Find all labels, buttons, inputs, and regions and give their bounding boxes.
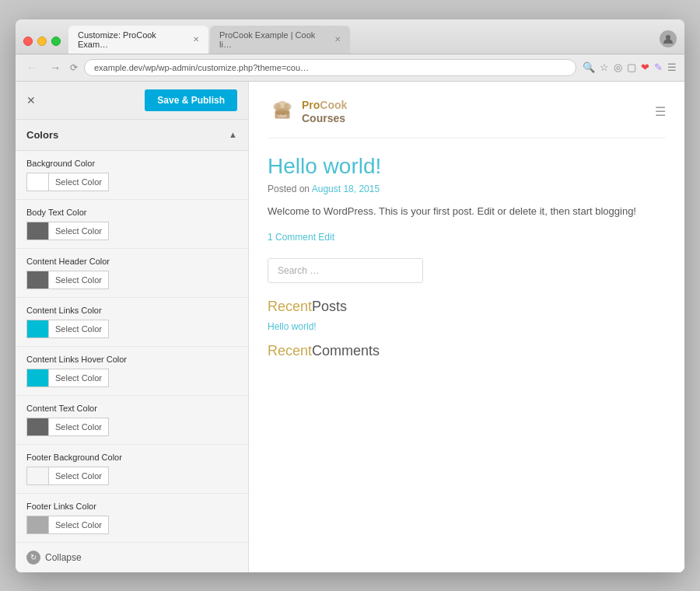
- footer-bg-color-label: Footer Background Color: [26, 453, 237, 462]
- recent-posts-widget-title: RecentPosts: [268, 299, 666, 315]
- content-header-color-picker: Select Color: [26, 271, 237, 289]
- url-bar[interactable]: example.dev/wp/wp-admin/customize.php?th…: [84, 59, 576, 76]
- content-text-color-setting: Content Text Color Select Color: [16, 396, 248, 445]
- profile-icon[interactable]: [660, 30, 677, 47]
- recent-comments-recent: Recent: [268, 343, 312, 358]
- footer-bg-color-picker: Select Color: [26, 467, 237, 485]
- body-text-color-label: Body Text Color: [26, 208, 237, 217]
- background-color-picker: Select Color: [26, 173, 237, 191]
- main-area: ✕ Save & Publish Colors ▲ Background Col…: [16, 82, 684, 572]
- post-meta-prefix: Posted on: [268, 184, 310, 194]
- fullscreen-traffic-light[interactable]: [51, 37, 61, 46]
- content-text-color-label: Content Text Color: [26, 404, 237, 413]
- site-header: chef ProCook Courses ☰: [268, 97, 666, 138]
- close-customizer-button[interactable]: ✕: [26, 94, 36, 107]
- collapse-row[interactable]: ↻ Collapse: [16, 543, 248, 572]
- content-links-color-label: Content Links Color: [26, 306, 237, 315]
- camera-icon[interactable]: ◎: [614, 61, 622, 73]
- site-logo: chef ProCook Courses: [268, 97, 347, 127]
- body-text-color-setting: Body Text Color Select Color: [16, 200, 248, 249]
- site-name-part2: Cook: [320, 99, 347, 111]
- hamburger-icon[interactable]: ☰: [655, 104, 666, 119]
- colors-title: Colors: [26, 129, 58, 141]
- footer-links-color-setting: Footer Links Color Select Color: [16, 494, 248, 543]
- body-text-color-button[interactable]: Select Color: [48, 222, 109, 240]
- background-color-button[interactable]: Select Color: [48, 173, 109, 191]
- post-links: 1 Comment Edit: [268, 232, 666, 243]
- post-meta: Posted on August 18, 2015: [268, 184, 666, 194]
- background-color-swatch[interactable]: [26, 173, 48, 191]
- content-header-color-swatch[interactable]: [26, 271, 48, 289]
- content-text-color-button[interactable]: Select Color: [48, 418, 109, 436]
- tab-label: ProCook Example | Cook li…: [219, 30, 330, 49]
- footer-links-color-label: Footer Links Color: [26, 502, 237, 511]
- save-publish-button[interactable]: Save & Publish: [145, 89, 237, 111]
- collapse-icon: ↻: [26, 551, 40, 565]
- browser-tabs: Customize: ProCook Exam… ✕ ProCook Examp…: [68, 26, 660, 54]
- content-header-color-setting: Content Header Color Select Color: [16, 249, 248, 298]
- collapse-label: Collapse: [45, 552, 82, 563]
- close-traffic-light[interactable]: [23, 37, 33, 46]
- tab-label: Customize: ProCook Exam…: [78, 30, 188, 49]
- content-links-hover-color-swatch[interactable]: [26, 369, 48, 387]
- recent-comments-widget-title: RecentComments: [268, 343, 666, 359]
- heart-icon[interactable]: ❤: [641, 61, 649, 73]
- site-logo-image: chef: [268, 97, 297, 127]
- search-box[interactable]: Search …: [268, 258, 423, 283]
- content-links-hover-color-setting: Content Links Hover Color Select Color: [16, 347, 248, 396]
- content-links-color-swatch[interactable]: [26, 320, 48, 338]
- window-icon[interactable]: ▢: [627, 61, 636, 73]
- site-subtitle: Courses: [302, 112, 347, 125]
- back-button[interactable]: ←: [23, 60, 40, 75]
- chevron-up-icon: ▲: [229, 130, 237, 139]
- address-bar: ← → ⟳ example.dev/wp/wp-admin/customize.…: [16, 54, 684, 82]
- address-icons: 🔍 ☆ ◎ ▢ ❤ ✎ ☰: [583, 61, 677, 73]
- site-name-part1: Pro: [302, 99, 320, 111]
- minimize-traffic-light[interactable]: [37, 37, 47, 46]
- footer-links-color-swatch[interactable]: [26, 516, 48, 534]
- footer-links-color-button[interactable]: Select Color: [48, 516, 109, 534]
- refresh-button[interactable]: ⟳: [70, 62, 78, 73]
- content-header-color-button[interactable]: Select Color: [48, 271, 109, 289]
- site-title: ProCook: [302, 99, 347, 112]
- footer-bg-color-setting: Footer Background Color Select Color: [16, 445, 248, 494]
- customizer-sidebar: ✕ Save & Publish Colors ▲ Background Col…: [16, 82, 249, 572]
- tab-close-icon[interactable]: ✕: [334, 35, 341, 44]
- url-text: example.dev/wp/wp-admin/customize.php?th…: [94, 63, 309, 72]
- title-bar: Customize: ProCook Exam… ✕ ProCook Examp…: [16, 19, 684, 54]
- post-content: Welcome to WordPress. This is your first…: [268, 204, 666, 220]
- tab-customize[interactable]: Customize: ProCook Exam… ✕: [68, 26, 208, 54]
- forward-button[interactable]: →: [47, 60, 64, 75]
- content-links-hover-color-button[interactable]: Select Color: [48, 369, 109, 387]
- footer-bg-color-button[interactable]: Select Color: [48, 467, 109, 485]
- tab-procook[interactable]: ProCook Example | Cook li… ✕: [210, 26, 350, 54]
- content-links-color-setting: Content Links Color Select Color: [16, 298, 248, 347]
- content-links-hover-color-picker: Select Color: [26, 369, 237, 387]
- content-links-hover-color-label: Content Links Hover Color: [26, 355, 237, 364]
- search-icon[interactable]: 🔍: [583, 61, 595, 73]
- svg-point-4: [284, 103, 292, 110]
- colors-section-header[interactable]: Colors ▲: [16, 120, 248, 151]
- recent-posts-link[interactable]: Hello world!: [268, 321, 666, 332]
- body-text-color-swatch[interactable]: [26, 222, 48, 240]
- recent-comments-text: Comments: [312, 343, 380, 358]
- recent-posts-recent: Recent: [268, 299, 312, 314]
- customizer-header: ✕ Save & Publish: [16, 82, 248, 120]
- svg-text:chef: chef: [278, 113, 286, 117]
- content-text-color-swatch[interactable]: [26, 418, 48, 436]
- tab-close-icon[interactable]: ✕: [193, 35, 199, 44]
- background-color-label: Background Color: [26, 159, 237, 168]
- post-title: Hello world!: [268, 154, 666, 179]
- star-icon[interactable]: ☆: [600, 61, 609, 73]
- content-links-color-button[interactable]: Select Color: [48, 320, 109, 338]
- pen-icon[interactable]: ✎: [654, 61, 663, 73]
- content-header-color-label: Content Header Color: [26, 257, 237, 266]
- post-meta-date[interactable]: August 18, 2015: [312, 184, 380, 194]
- color-settings-list: Background Color Select Color Body Text …: [16, 151, 248, 543]
- content-text-color-picker: Select Color: [26, 418, 237, 436]
- footer-links-color-picker: Select Color: [26, 516, 237, 534]
- footer-bg-color-swatch[interactable]: [26, 467, 48, 485]
- menu-icon[interactable]: ☰: [667, 61, 677, 73]
- background-color-setting: Background Color Select Color: [16, 151, 248, 200]
- preview-area: chef ProCook Courses ☰ Hello world! Post…: [249, 82, 684, 572]
